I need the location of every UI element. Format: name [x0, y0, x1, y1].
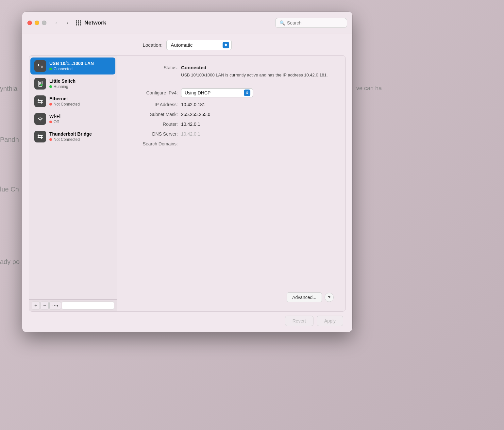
- configure-select[interactable]: Using DHCP Manually Using DHCP with manu…: [181, 88, 253, 97]
- status-label: Status:: [129, 65, 181, 70]
- ethernet-status-row: Not Connected: [49, 102, 80, 107]
- ip-value: 10.42.0.181: [181, 102, 205, 107]
- search-input[interactable]: [287, 20, 343, 25]
- back-button[interactable]: ‹: [52, 18, 61, 27]
- ip-row: IP Address: 10.42.0.181: [129, 102, 334, 107]
- ip-label: IP Address:: [129, 102, 181, 107]
- add-interface-button[interactable]: +: [32, 302, 40, 309]
- status-description: USB 10/100/1000 LAN is currently active …: [181, 72, 328, 78]
- configure-row: Configure IPv4: Using DHCP Manually Usin…: [129, 88, 334, 97]
- little-snitch-name: Little Snitch: [49, 78, 76, 84]
- dns-row: DNS Server: 10.42.0.1: [129, 131, 334, 137]
- location-label: Location:: [143, 42, 163, 48]
- detail-panel: Status: Connected USB 10/100/1000 LAN is…: [117, 55, 346, 312]
- close-button[interactable]: [27, 21, 32, 25]
- subnet-value: 255.255.255.0: [181, 112, 210, 117]
- usb-lan-status-text: Connected: [54, 67, 73, 71]
- little-snitch-status-row: Running: [49, 84, 76, 89]
- thunderbolt-status-dot: [49, 138, 52, 141]
- sidebar-item-little-snitch[interactable]: Little Snitch Running: [30, 75, 115, 92]
- wifi-status-dot: [49, 121, 52, 123]
- little-snitch-status-text: Running: [54, 84, 68, 89]
- body-area: USB 10/1...1000 LAN Connected: [22, 55, 352, 312]
- bg-text-5: ady po: [0, 258, 20, 266]
- location-select-wrapper: Automatic Home Work: [166, 40, 232, 50]
- little-snitch-status-dot: [49, 85, 52, 88]
- more-options-button[interactable]: ··· ▾: [49, 302, 61, 309]
- wifi-info: Wi-Fi Off: [49, 114, 60, 124]
- thunderbolt-icon: [34, 131, 46, 142]
- advanced-button[interactable]: Advanced...: [287, 292, 322, 302]
- maximize-button[interactable]: [42, 21, 46, 25]
- search-interface-input[interactable]: [62, 302, 114, 309]
- traffic-lights: [27, 21, 46, 25]
- sidebar-item-ethernet[interactable]: Ethernet Not Connected: [30, 93, 115, 110]
- subnet-row: Subnet Mask: 255.255.255.0: [129, 112, 334, 117]
- usb-lan-info: USB 10/1...1000 LAN Connected: [49, 61, 94, 71]
- thunderbolt-name: Thunderbolt Bridge: [49, 131, 92, 137]
- detail-actions: Advanced... ?: [129, 292, 334, 302]
- ethernet-icon: [34, 95, 46, 107]
- sidebar-item-usb-lan[interactable]: USB 10/1...1000 LAN Connected: [30, 58, 115, 74]
- status-row: Status: Connected USB 10/100/1000 LAN is…: [129, 65, 334, 78]
- bg-text-3: Pandh: [0, 136, 19, 143]
- wifi-name: Wi-Fi: [49, 114, 60, 119]
- usb-lan-name: USB 10/1...1000 LAN: [49, 61, 94, 66]
- sidebar-list: USB 10/1...1000 LAN Connected: [29, 56, 117, 299]
- status-value: Connected: [181, 65, 207, 70]
- bg-text-2: ve can ha: [356, 85, 382, 92]
- configure-select-wrapper: Using DHCP Manually Using DHCP with manu…: [181, 88, 253, 97]
- bg-text-4: lue Ch: [0, 186, 19, 193]
- router-value: 10.42.0.1: [181, 122, 200, 127]
- main-content: Location: Automatic Home Work: [22, 34, 352, 312]
- sidebar-toolbar: + − ··· ▾: [29, 299, 117, 311]
- little-snitch-icon: [34, 78, 46, 90]
- revert-button[interactable]: Revert: [285, 316, 313, 326]
- window-footer: Revert Apply: [22, 312, 352, 332]
- ethernet-status-dot: [49, 103, 52, 106]
- svg-point-1: [41, 84, 42, 86]
- sidebar: USB 10/1...1000 LAN Connected: [29, 55, 117, 312]
- nav-buttons: ‹ ›: [52, 18, 72, 27]
- thunderbolt-status-text: Not Connected: [54, 137, 80, 142]
- little-snitch-info: Little Snitch Running: [49, 78, 76, 89]
- forward-button[interactable]: ›: [63, 18, 72, 27]
- ethernet-name: Ethernet: [49, 96, 80, 101]
- ethernet-info: Ethernet Not Connected: [49, 96, 80, 107]
- usb-lan-status-row: Connected: [49, 67, 94, 71]
- grid-icon[interactable]: [76, 20, 81, 25]
- domains-row: Search Domains:: [129, 141, 334, 146]
- location-bar: Location: Automatic Home Work: [22, 34, 352, 55]
- wifi-status-row: Off: [49, 120, 60, 124]
- minimize-button[interactable]: [35, 21, 39, 25]
- thunderbolt-status-row: Not Connected: [49, 137, 92, 142]
- wifi-icon: [34, 113, 46, 125]
- domains-label: Search Domains:: [129, 141, 181, 146]
- usb-lan-icon: [34, 60, 46, 72]
- sidebar-item-thunderbolt[interactable]: Thunderbolt Bridge Not Connected: [30, 128, 115, 145]
- window-title: Network: [84, 20, 106, 26]
- search-bar[interactable]: 🔍: [275, 18, 347, 28]
- router-row: Router: 10.42.0.1: [129, 122, 334, 127]
- status-value-block: Connected USB 10/100/1000 LAN is current…: [181, 65, 328, 78]
- network-preferences-window: ‹ › Network 🔍 Location: Automatic: [22, 12, 352, 332]
- thunderbolt-info: Thunderbolt Bridge Not Connected: [49, 131, 92, 142]
- location-select[interactable]: Automatic Home Work: [166, 40, 232, 50]
- remove-interface-button[interactable]: −: [41, 302, 49, 309]
- sidebar-item-wifi[interactable]: Wi-Fi Off: [30, 110, 115, 127]
- dns-label: DNS Server:: [129, 131, 181, 137]
- help-button[interactable]: ?: [325, 293, 334, 302]
- dns-value: 10.42.0.1: [181, 131, 200, 137]
- usb-lan-status-dot: [49, 68, 52, 70]
- ethernet-status-text: Not Connected: [54, 102, 80, 107]
- wifi-status-text: Off: [54, 120, 59, 124]
- search-icon: 🔍: [279, 20, 285, 25]
- apply-button[interactable]: Apply: [317, 316, 343, 326]
- subnet-label: Subnet Mask:: [129, 112, 181, 117]
- configure-label: Configure IPv4:: [129, 90, 181, 95]
- titlebar: ‹ › Network 🔍: [22, 12, 352, 34]
- router-label: Router:: [129, 122, 181, 127]
- bg-text-1: ynthia: [0, 85, 17, 92]
